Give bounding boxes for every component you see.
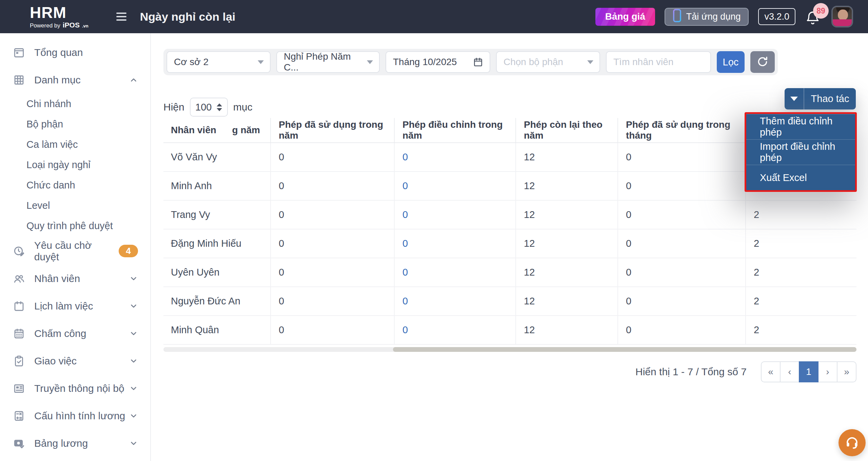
cell-remaining-year: 12 [515, 172, 617, 200]
department-select[interactable]: Chọn bộ phận [496, 51, 600, 73]
facility-select[interactable]: Cơ sở 2 [166, 51, 271, 73]
actions-button[interactable]: Thao tác [785, 88, 856, 109]
sidebar-item-cau-hinh-tinh-luong[interactable]: Cấu hình tính lương [0, 402, 150, 429]
leave-type-select[interactable]: Nghỉ Phép Năm C... [276, 51, 380, 73]
sidebar-item-lich-lam-viec[interactable]: Lịch làm việc [0, 292, 150, 320]
horizontal-scrollbar-thumb[interactable] [393, 347, 856, 352]
cell-last: 2 [745, 258, 856, 286]
column-header-adjusted-in-year: Phép điều chỉnh trong năm [394, 118, 515, 142]
pagination: Hiển thị 1 - 7 / Tổng số 7 « ‹ 1 › » [163, 361, 856, 382]
sidebar-subitem-level[interactable]: Level [0, 195, 150, 216]
chevron-down-icon [258, 60, 264, 64]
cell-employee-name: Đặng Minh Hiếu [163, 229, 270, 258]
chevron-up-icon [129, 76, 138, 84]
page-size-stepper[interactable]: 100 [190, 98, 228, 117]
sidebar-subitem-quy-trinh-phe-duyet[interactable]: Quy trình phê duyệt [0, 216, 150, 236]
page-size-suffix: mục [233, 101, 253, 113]
pending-clock-icon [13, 245, 26, 257]
sidebar-subitem-loai-ngay-nghi[interactable]: Loại ngày nghỉ [0, 155, 150, 175]
cell-adjusted-year-link[interactable]: 0 [394, 201, 515, 229]
pending-count-badge: 4 [119, 245, 138, 257]
column-header-partial: g năm [232, 125, 260, 136]
cell-used-month: 0 [617, 258, 745, 286]
cell-adjusted-year-link[interactable]: 0 [394, 287, 515, 315]
menu-toggle-icon[interactable] [116, 13, 126, 21]
cell-used-year: 0 [270, 287, 394, 315]
user-avatar[interactable] [831, 6, 853, 27]
cell-used-year: 0 [270, 258, 394, 286]
sidebar-item-yeu-cau-cho-duyet[interactable]: Yêu cầu chờ duyệt 4 [0, 237, 150, 265]
hrm-logo[interactable]: HRM Powered by iPOS.vn [30, 5, 88, 28]
sidebar-item-bang-luong[interactable]: Bảng lương [0, 429, 150, 457]
notification-count-badge: 89 [813, 3, 829, 19]
filter-button[interactable]: Lọc [717, 51, 745, 73]
sidebar-subitem-bo-phan[interactable]: Bộ phận [0, 114, 150, 134]
cell-adjusted-year-link[interactable]: 0 [394, 143, 515, 171]
page-1-button[interactable]: 1 [799, 361, 818, 382]
sidebar-item-tong-quan[interactable]: Tổng quan [0, 39, 150, 66]
actions-menu-item[interactable]: Thêm điều chỉnh phép [746, 114, 855, 139]
cell-adjusted-year-link[interactable]: 0 [394, 229, 515, 258]
cell-used-month: 0 [617, 172, 745, 200]
users-icon [13, 273, 26, 285]
next-page-button[interactable]: › [818, 361, 837, 382]
cell-used-year: 0 [270, 172, 394, 200]
last-page-button[interactable]: » [837, 361, 856, 382]
sidebar-item-truyen-thong-noi-bo[interactable]: Truyền thông nội bộ [0, 375, 150, 402]
logo-subtitle: Powered by [30, 23, 60, 28]
cell-last: 2 [745, 316, 856, 344]
cell-remaining-year: 12 [515, 258, 617, 286]
cell-used-year: 0 [270, 201, 394, 229]
cell-used-month: 0 [617, 229, 745, 258]
sidebar-subitem-chuc-danh[interactable]: Chức danh [0, 175, 150, 195]
cell-last: 2 [745, 201, 856, 229]
table-row: Đặng Minh Hiếu 0 0 12 0 2 [163, 229, 856, 258]
sidebar-item-danh-muc[interactable]: Danh mục [0, 66, 150, 94]
sidebar-subitem-chi-nhanh[interactable]: Chi nhánh [0, 94, 150, 114]
app-root: HRM Powered by iPOS.vn Ngày nghỉ còn lại… [0, 0, 868, 461]
month-picker[interactable]: Tháng 10/2025 [386, 51, 490, 73]
clipboard-check-icon [13, 355, 26, 367]
actions-menu-item[interactable]: Import điều chỉnh phép [746, 139, 855, 165]
chevron-down-icon [129, 302, 138, 310]
refresh-button[interactable] [750, 51, 775, 73]
prev-page-button[interactable]: ‹ [780, 361, 800, 382]
sidebar-item-giao-viec[interactable]: Giao việc [0, 347, 150, 375]
cell-adjusted-year-link[interactable]: 0 [394, 316, 515, 344]
first-page-button[interactable]: « [761, 361, 781, 382]
cell-used-year: 0 [270, 316, 394, 344]
cell-used-month: 0 [617, 201, 745, 229]
download-app-button[interactable]: Tải ứng dụng [665, 8, 749, 26]
actions-menu-item[interactable]: Xuất Excel [746, 165, 855, 190]
sidebar-item-cham-cong[interactable]: Chấm công [0, 320, 150, 347]
cell-employee-name: Nguyễn Đức An [163, 287, 270, 315]
pricing-button[interactable]: Bảng giá [595, 8, 655, 26]
cell-employee-name: Uyên Uyên [163, 258, 270, 286]
employee-search-input[interactable] [606, 51, 711, 73]
sidebar-item-nhan-vien[interactable]: Nhân viên [0, 265, 150, 292]
table-row: Minh Quân 0 0 12 0 2 [163, 316, 856, 345]
notifications-button[interactable]: 89 [805, 7, 822, 26]
cell-adjusted-year-link[interactable]: 0 [394, 172, 515, 200]
cell-employee-name: Võ Văn Vy [163, 143, 270, 171]
refresh-icon [757, 56, 768, 68]
cell-employee-name: Minh Quân [163, 316, 270, 344]
top-header: HRM Powered by iPOS.vn Ngày nghỉ còn lại… [0, 0, 868, 33]
support-button[interactable] [839, 429, 866, 456]
chevron-down-icon [129, 384, 138, 393]
calendar-icon [473, 57, 484, 67]
page-size-control: Hiện 100 mục [163, 98, 252, 117]
cell-used-month: 0 [617, 287, 745, 315]
page-size-prefix: Hiện [163, 101, 184, 113]
cell-used-year: 0 [270, 143, 394, 171]
column-header-remaining-in-year: Phép còn lại theo năm [515, 118, 617, 142]
horizontal-scrollbar-track[interactable] [163, 347, 856, 352]
page-title: Ngày nghỉ còn lại [140, 10, 235, 23]
logo-title: HRM [30, 5, 88, 20]
sidebar-subitem-ca-lam-viec[interactable]: Ca làm việc [0, 134, 150, 155]
cell-remaining-year: 12 [515, 287, 617, 315]
newspaper-icon [13, 382, 26, 395]
cell-remaining-year: 12 [515, 229, 617, 258]
cell-adjusted-year-link[interactable]: 0 [394, 258, 515, 286]
filter-bar: Cơ sở 2 Nghỉ Phép Năm C... Tháng 10/2025… [163, 49, 778, 75]
